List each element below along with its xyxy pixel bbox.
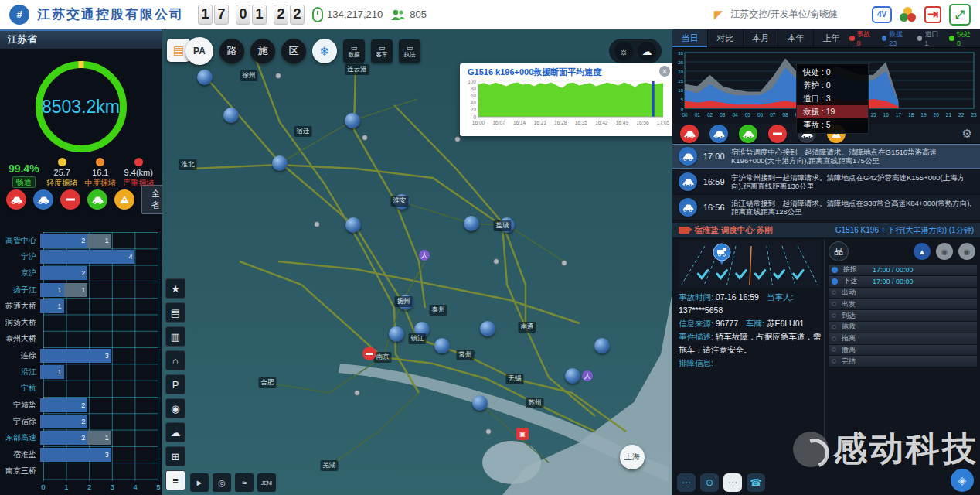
map-tool-1[interactable]: ▤	[165, 302, 185, 323]
radar-marker[interactable]	[464, 216, 479, 231]
bar-row[interactable]: 连徐3	[0, 347, 162, 364]
tab-上年[interactable]: 上年	[814, 29, 849, 47]
map-tool-0[interactable]: ★	[165, 278, 185, 299]
accident-icon[interactable]	[680, 125, 699, 143]
bar-row[interactable]: 泰州大桥	[0, 331, 162, 347]
camera-marker[interactable]	[275, 73, 281, 79]
tow-truck-icon[interactable]	[33, 189, 53, 210]
close-icon[interactable]: ×	[659, 66, 670, 77]
radar-marker[interactable]	[345, 113, 360, 128]
person-marker[interactable]: 人	[419, 250, 430, 261]
bar-row[interactable]: 宁沪4	[0, 248, 162, 265]
map-tool-2[interactable]: ▥	[165, 326, 185, 346]
bus-button[interactable]: ▭客车	[371, 39, 393, 63]
map-canvas[interactable]: 人人徐州连云港宿迁淮北淮安盐城扬州泰州南通镇江南京常州无锡苏州合肥芜湖▣上海 ▤…	[162, 29, 672, 495]
company-logo-icon[interactable]: ▲	[914, 243, 931, 260]
radar-marker[interactable]	[345, 217, 361, 233]
bar-row[interactable]: 沿江1	[0, 364, 162, 380]
main-action-button[interactable]: ◈	[951, 469, 974, 492]
menu-button[interactable]: ≡	[165, 470, 185, 490]
radar-marker[interactable]	[223, 108, 239, 123]
chat-button-0[interactable]: ⋯	[677, 473, 696, 492]
bar-row[interactable]: 高管中心21	[0, 232, 162, 248]
bar-row[interactable]: 京沪2	[0, 265, 162, 282]
accident-marker[interactable]: ▣	[516, 428, 529, 440]
chat-button-1[interactable]: ⊙	[700, 473, 719, 492]
weather-snow-button[interactable]: ❄	[312, 39, 337, 63]
tab-本年[interactable]: 本年	[778, 29, 814, 47]
fullscreen-icon[interactable]: ⤢	[949, 4, 971, 26]
tow-truck-icon[interactable]	[679, 147, 697, 166]
theme-palette-icon[interactable]	[900, 7, 917, 22]
map-tool-7[interactable]: ⊞	[165, 446, 185, 466]
chat-button-2[interactable]: ⋯	[723, 473, 742, 492]
bar-row[interactable]: 宁杭	[0, 381, 162, 397]
event-row[interactable]: 17:00宿淮盐调度中心接到一起清障请求。清障地点在G1516盐洛高速K196+…	[672, 144, 980, 169]
construction-button[interactable]: 施	[250, 39, 275, 63]
data-button[interactable]: ▭数据	[343, 39, 365, 63]
map-tool-4[interactable]: P	[165, 374, 185, 394]
tow-truck-icon[interactable]	[679, 198, 697, 217]
camera-marker[interactable]	[561, 260, 567, 266]
apps-grid-icon[interactable]	[846, 5, 864, 24]
camera-marker[interactable]	[362, 135, 368, 141]
clear-icon[interactable]	[739, 125, 757, 143]
enforce-button[interactable]: ▭执法	[399, 39, 420, 63]
clear-icon[interactable]	[87, 189, 107, 210]
map-tool-6[interactable]: ☁	[165, 422, 185, 442]
radar-marker[interactable]	[434, 338, 450, 353]
tab-对比[interactable]: 对比	[708, 29, 744, 47]
radar-marker[interactable]	[472, 395, 488, 411]
bar-row[interactable]: 润扬大桥	[0, 315, 162, 331]
radar-marker[interactable]	[197, 70, 213, 85]
map-plugin-3[interactable]: JENI	[257, 473, 276, 492]
shanghai-button[interactable]: 上海	[620, 445, 645, 469]
bar-row[interactable]: 苏通大桥1	[0, 298, 162, 314]
closure-icon[interactable]	[60, 189, 80, 210]
camera-marker[interactable]	[314, 221, 320, 227]
logout-icon[interactable]: ⇥	[924, 6, 941, 23]
camera-marker[interactable]	[454, 136, 461, 142]
region-button[interactable]: 区	[281, 39, 306, 63]
bar-row[interactable]: 东部高速21	[0, 430, 162, 446]
map-tool-3[interactable]: ⌂	[165, 350, 185, 370]
bar-row[interactable]: 宿淮盐3	[0, 446, 162, 463]
map-tool-5[interactable]: ◉	[165, 398, 185, 418]
radar-marker[interactable]	[594, 338, 610, 353]
alert-icon[interactable]: ◤	[714, 8, 723, 22]
tow-truck-icon[interactable]	[679, 172, 697, 191]
event-row[interactable]: 16:56沿江锡常接到一起清障请求。清障地点在S38常合高速K84+000(常熟…	[672, 195, 980, 220]
weather-sun-cloud-icon[interactable]: ☼	[614, 42, 633, 60]
4v-badge-icon[interactable]: 4V	[872, 6, 892, 23]
bar-row[interactable]: 宁靖盐2	[0, 397, 162, 413]
org-chart-icon[interactable]: 品	[829, 241, 849, 261]
tow-truck-icon[interactable]	[709, 125, 728, 143]
tab-当日[interactable]: 当日	[672, 29, 708, 47]
map-plugin-2[interactable]: ≈	[235, 473, 254, 492]
bar-row[interactable]: 宁宿徐2	[0, 413, 162, 429]
accident-icon[interactable]	[6, 189, 26, 210]
event-row[interactable]: 16:59宁沪常州接到一起清障请求。清障地点在G42沪蓉高速K155+000(上…	[672, 169, 980, 195]
camera-marker[interactable]	[485, 428, 492, 435]
radar-marker[interactable]	[389, 326, 404, 342]
weather-cloud-icon[interactable]: ☁	[638, 42, 656, 60]
bar-row[interactable]: 扬子江11	[0, 282, 162, 298]
closure-icon[interactable]	[768, 125, 787, 143]
gear-icon[interactable]: ⚙	[962, 127, 972, 141]
radar-marker[interactable]	[565, 368, 580, 384]
chat-button-3[interactable]: ☎	[747, 473, 765, 492]
user-path[interactable]: 江苏交控/开发单位/俞晓健	[730, 8, 838, 21]
tab-本月[interactable]: 本月	[744, 29, 779, 47]
badge-icon-1[interactable]: ◉	[936, 243, 953, 260]
dispatch-location[interactable]: G1516 K196 + 下行(大丰港方向) (1分钟)	[835, 225, 974, 236]
camera-marker[interactable]	[493, 258, 499, 265]
pa-button[interactable]: PA	[185, 37, 213, 65]
construction-icon[interactable]	[114, 189, 134, 210]
person-marker[interactable]: 人	[582, 370, 593, 381]
map-plugin-1[interactable]: ◎	[213, 473, 231, 492]
radar-marker[interactable]	[272, 155, 288, 171]
map-plugin-0[interactable]: ►	[190, 473, 209, 492]
camera-marker[interactable]	[354, 390, 360, 396]
road-status-button[interactable]: 路	[219, 39, 244, 63]
radar-marker[interactable]	[480, 321, 495, 336]
